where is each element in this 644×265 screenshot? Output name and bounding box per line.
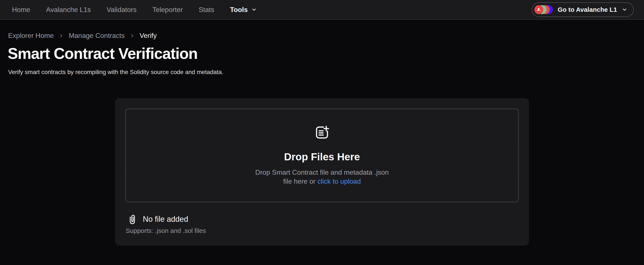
nav-item-teleporter[interactable]: Teleporter — [152, 6, 183, 14]
paperclip-icon — [129, 214, 136, 224]
upload-card: Drop Files Here Drop Smart Contract file… — [115, 98, 529, 245]
dropzone-title: Drop Files Here — [284, 151, 360, 163]
chevron-down-icon — [251, 7, 257, 13]
breadcrumb-explorer-home[interactable]: Explorer Home — [8, 32, 54, 40]
breadcrumb-manage-contracts[interactable]: Manage Contracts — [69, 32, 124, 40]
top-navbar: Home Avalanche L1s Validators Teleporter… — [0, 0, 644, 20]
chevron-right-icon — [130, 33, 134, 38]
avalanche-mountain-glyph — [536, 7, 542, 13]
go-to-avalanche-l1-button[interactable]: Go to Avalanche L1 — [532, 2, 634, 17]
breadcrumb-verify: Verify — [140, 32, 157, 40]
chain-logo-stack — [534, 5, 553, 14]
nav-item-home[interactable]: Home — [12, 6, 30, 14]
tools-label: Tools — [230, 6, 248, 14]
chevron-down-icon — [622, 7, 627, 13]
nav-item-stats[interactable]: Stats — [199, 6, 214, 14]
page-title: Smart Contract Verification — [8, 45, 644, 62]
document-plus-icon — [315, 125, 329, 140]
go-button-label: Go to Avalanche L1 — [558, 6, 617, 13]
chevron-right-icon — [59, 33, 64, 38]
file-dropzone[interactable]: Drop Files Here Drop Smart Contract file… — [125, 109, 519, 202]
dropzone-description-line2: file here or — [283, 177, 318, 185]
page-subtitle: Verify smart contracts by recompiling wi… — [8, 69, 644, 76]
avalanche-logo-icon — [534, 5, 543, 14]
supported-formats-text: Supports: .json and .sol files — [126, 227, 519, 234]
dropzone-description-line1: Drop Smart Contract file and metadata .j… — [255, 168, 389, 176]
nav-item-avalanche-l1s[interactable]: Avalanche L1s — [46, 6, 91, 14]
click-to-upload-link[interactable]: click to upload — [318, 177, 361, 185]
nav-item-validators[interactable]: Validators — [107, 6, 137, 14]
file-status-label: No file added — [143, 215, 188, 224]
breadcrumb: Explorer Home Manage Contracts Verify — [8, 32, 644, 40]
file-status-row: No file added — [129, 214, 519, 224]
nav-links: Home Avalanche L1s Validators Teleporter… — [12, 6, 214, 14]
nav-item-tools-dropdown[interactable]: Tools — [230, 6, 257, 14]
dropzone-description: Drop Smart Contract file and metadata .j… — [255, 168, 389, 186]
